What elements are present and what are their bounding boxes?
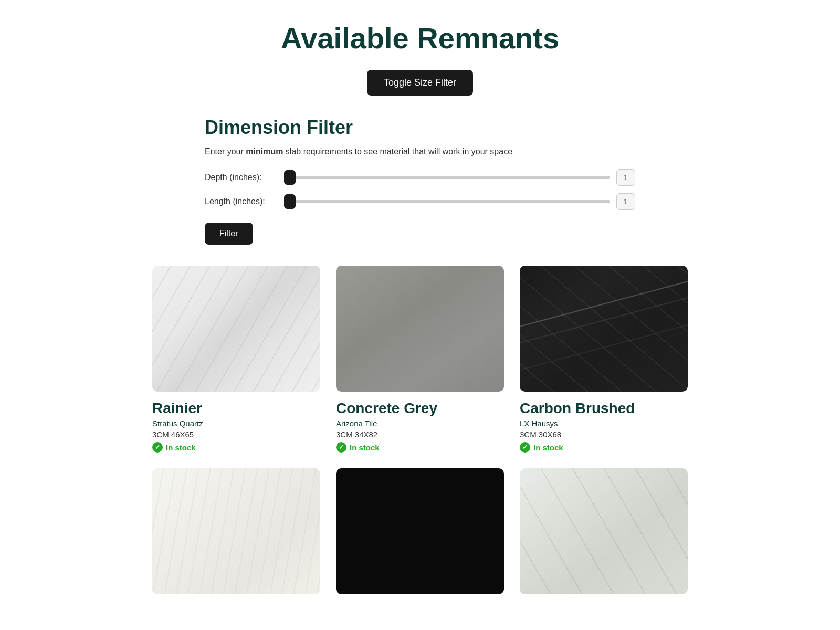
product-image-bottom3 <box>520 468 688 594</box>
product-brand[interactable]: Stratus Quartz <box>152 419 320 428</box>
filter-desc-bold: minimum <box>246 147 283 156</box>
status-text: In stock <box>350 443 380 452</box>
depth-slider-track <box>290 176 610 179</box>
length-label: Length (inches): <box>205 197 284 206</box>
product-status: ✓In stock <box>336 442 504 453</box>
product-image-rainier <box>152 266 320 392</box>
product-image-carbon <box>520 266 688 392</box>
product-image-bottom1 <box>152 468 320 594</box>
product-size: 3CM 30X68 <box>520 430 688 439</box>
length-slider-thumb[interactable] <box>284 194 296 209</box>
length-slider-value: 1 <box>616 193 635 210</box>
product-size: 3CM 34X82 <box>336 430 504 439</box>
toggle-size-filter-button[interactable]: Toggle Size Filter <box>367 70 473 96</box>
length-slider-row: Length (inches): 1 <box>205 193 635 210</box>
product-brand[interactable]: LX Hausys <box>520 419 688 428</box>
dimension-filter-section: Dimension Filter Enter your minimum slab… <box>184 117 656 245</box>
check-icon: ✓ <box>152 442 163 453</box>
filter-desc-end: slab requirements to see material that w… <box>283 147 512 156</box>
product-size: 3CM 46X65 <box>152 430 320 439</box>
length-slider-track <box>290 200 610 203</box>
product-brand[interactable]: Arizona Tile <box>336 419 504 428</box>
product-image <box>336 266 504 392</box>
depth-slider-value: 1 <box>616 169 635 186</box>
check-icon: ✓ <box>336 442 346 453</box>
product-image <box>152 468 320 594</box>
filter-title: Dimension Filter <box>205 117 635 139</box>
product-card[interactable] <box>152 468 320 603</box>
products-grid: RainierStratus Quartz3CM 46X65✓In stockC… <box>131 266 709 603</box>
product-status: ✓In stock <box>520 442 688 453</box>
product-card[interactable]: RainierStratus Quartz3CM 46X65✓In stock <box>152 266 320 453</box>
filter-desc-start: Enter your <box>205 147 246 156</box>
product-image <box>520 266 688 392</box>
depth-slider-thumb[interactable] <box>284 170 296 185</box>
filter-button[interactable]: Filter <box>205 223 253 245</box>
product-card[interactable]: Carbon BrushedLX Hausys3CM 30X68✓In stoc… <box>520 266 688 453</box>
depth-slider-row: Depth (inches): 1 <box>205 169 635 186</box>
product-image <box>152 266 320 392</box>
product-image <box>520 468 688 594</box>
product-status: ✓In stock <box>152 442 320 453</box>
product-card[interactable] <box>520 468 688 603</box>
product-name: Concrete Grey <box>336 400 504 417</box>
check-icon: ✓ <box>520 442 530 453</box>
product-card[interactable]: Concrete GreyArizona Tile3CM 34X82✓In st… <box>336 266 504 453</box>
filter-description: Enter your minimum slab requirements to … <box>205 147 635 156</box>
depth-label: Depth (inches): <box>205 173 284 182</box>
page-header: Available Remnants Toggle Size Filter <box>10 21 830 96</box>
status-text: In stock <box>533 443 563 452</box>
product-name: Carbon Brushed <box>520 400 688 417</box>
product-image-concrete <box>336 266 504 392</box>
status-text: In stock <box>166 443 196 452</box>
page-title: Available Remnants <box>10 21 830 55</box>
product-image-bottom2 <box>336 468 504 594</box>
product-name: Rainier <box>152 400 320 417</box>
product-image <box>336 468 504 594</box>
product-card[interactable] <box>336 468 504 603</box>
